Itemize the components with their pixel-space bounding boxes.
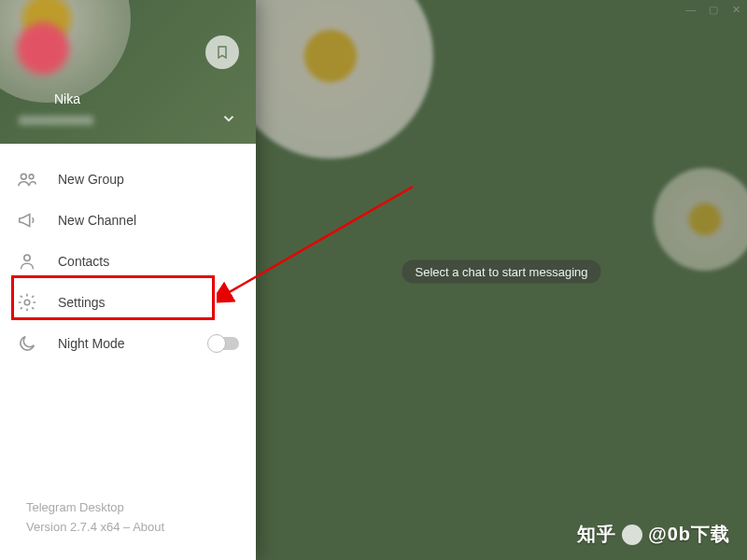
main-menu-sidebar: Nika New Group New Channel Contacts	[0, 0, 256, 560]
menu-contacts[interactable]: Contacts	[0, 241, 256, 282]
menu-label: Contacts	[58, 254, 109, 269]
profile-phone	[19, 116, 93, 125]
watermark: 知乎 @0b下载	[577, 522, 730, 547]
sidebar-header: Nika	[0, 0, 256, 144]
svg-point-3	[24, 300, 30, 305]
menu-night-mode[interactable]: Night Mode	[0, 323, 256, 364]
app-version[interactable]: Version 2.7.4 x64 – About	[26, 520, 230, 534]
night-mode-toggle[interactable]	[209, 337, 239, 350]
app-name: Telegram Desktop	[26, 500, 230, 514]
menu-list: New Group New Channel Contacts Settings …	[0, 144, 256, 364]
menu-new-group[interactable]: New Group	[0, 159, 256, 200]
saved-messages-button[interactable]	[205, 35, 239, 69]
minimize-button[interactable]: —	[680, 0, 702, 19]
menu-label: Settings	[58, 295, 106, 310]
menu-new-channel[interactable]: New Channel	[0, 200, 256, 241]
menu-label: Night Mode	[58, 336, 125, 351]
chat-background: Select a chat to start messaging	[256, 0, 747, 560]
close-button[interactable]: ✕	[725, 0, 747, 19]
megaphone-icon	[17, 210, 43, 231]
person-icon	[17, 251, 43, 272]
account-switcher[interactable]	[220, 110, 237, 131]
moon-icon	[17, 333, 43, 354]
gear-icon	[17, 292, 43, 313]
profile-name: Nika	[54, 91, 239, 106]
sidebar-footer: Telegram Desktop Version 2.7.4 x64 – Abo…	[0, 483, 256, 560]
empty-chat-hint: Select a chat to start messaging	[402, 260, 601, 284]
svg-point-2	[24, 255, 30, 260]
group-icon	[17, 169, 43, 189]
menu-settings[interactable]: Settings	[0, 282, 256, 323]
avatar[interactable]	[17, 22, 69, 75]
maximize-button[interactable]: ▢	[702, 0, 725, 19]
menu-label: New Channel	[58, 213, 136, 228]
svg-point-1	[29, 175, 34, 179]
window-controls: — ▢ ✕	[680, 0, 747, 19]
menu-label: New Group	[58, 172, 124, 187]
svg-point-0	[21, 174, 26, 179]
